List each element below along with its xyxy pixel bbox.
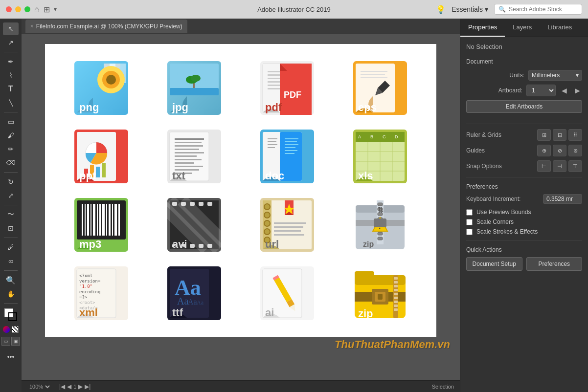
draw-behind[interactable]: ▣	[11, 337, 20, 346]
free-transform-tool[interactable]: ⊡	[3, 222, 19, 235]
dots-grid-icon-btn[interactable]: ⠿	[568, 129, 582, 141]
grid-icon-btn[interactable]: ⊟	[553, 129, 566, 141]
svg-rect-45	[175, 138, 204, 140]
svg-rect-95	[102, 204, 105, 236]
svg-text:<?xml: <?xml	[79, 273, 92, 278]
tab-libraries[interactable]: Libraries	[540, 19, 580, 37]
svg-text:Aa: Aa	[177, 296, 188, 306]
minimize-traffic-light[interactable]	[15, 6, 21, 12]
svg-rect-185	[394, 285, 398, 287]
eraser-tool[interactable]: ⌫	[3, 156, 19, 169]
svg-text:txt: txt	[172, 170, 186, 182]
draw-normal[interactable]: ▭	[1, 337, 10, 346]
more-tools-button[interactable]: •••	[3, 350, 19, 363]
next-artboard-btn[interactable]: ▶	[78, 383, 83, 390]
tab-properties[interactable]: Properties	[460, 19, 505, 37]
type-tool[interactable]: T	[3, 83, 19, 95]
snap-grid-icon-btn[interactable]: ⊣	[553, 160, 566, 172]
close-icon[interactable]: ×	[30, 23, 33, 29]
svg-text:xml: xml	[79, 306, 98, 319]
svg-text:url: url	[265, 238, 279, 250]
artboard-prev-arrow[interactable]: ◀	[560, 86, 569, 95]
color-mode-gradient[interactable]	[3, 326, 10, 333]
home-button[interactable]: ⌂	[34, 4, 40, 15]
tool-separator-4	[4, 205, 18, 205]
guide-add-icon-btn[interactable]: ⊕	[537, 145, 551, 156]
svg-text:zip: zip	[358, 307, 373, 320]
search-input[interactable]	[509, 6, 578, 13]
svg-text:<root>: <root>	[79, 300, 95, 305]
svg-point-122	[264, 212, 270, 218]
warp-tool[interactable]: 〜	[3, 208, 19, 221]
svg-text:jpg: jpg	[172, 101, 188, 113]
divider-3	[466, 240, 582, 240]
scale-strokes-checkbox[interactable]	[466, 229, 473, 235]
watermark: ThuThuatPhanMem.vn	[335, 338, 450, 351]
svg-rect-49	[175, 152, 204, 153]
units-select[interactable]: Millimeters ▾	[528, 70, 582, 81]
pen-tool[interactable]: ✒	[3, 55, 19, 68]
svg-rect-190	[394, 305, 398, 307]
tool-separator-6	[4, 270, 18, 271]
canvas-container[interactable]: png	[22, 34, 460, 380]
scale-strokes-row: Scale Strokes & Effects	[466, 228, 582, 235]
artboard-select[interactable]: 1	[526, 85, 556, 96]
scale-corners-checkbox[interactable]	[466, 219, 473, 225]
close-traffic-light[interactable]	[6, 6, 12, 12]
chevron-down-icon[interactable]: ▾	[54, 6, 57, 13]
snap-pixel-icon-btn[interactable]: ⊤	[568, 160, 582, 172]
scale-tool[interactable]: ⤢	[3, 189, 19, 202]
tab-layers[interactable]: Layers	[505, 19, 540, 37]
color-fill-stroke[interactable]	[4, 308, 17, 321]
prev-artboard-btn[interactable]: ◀	[67, 383, 71, 390]
artboard-next-arrow[interactable]: ▶	[573, 86, 582, 95]
document-setup-button[interactable]: Document Setup	[466, 257, 522, 271]
scale-corners-label[interactable]: Scale Corners	[476, 218, 514, 225]
last-artboard-btn[interactable]: ▶|	[85, 383, 90, 390]
ruler-icon-btn[interactable]: ⊞	[537, 129, 551, 141]
layout-grid-button[interactable]: ⊞	[44, 5, 50, 14]
rectangle-tool[interactable]: ▭	[3, 115, 19, 128]
paintbrush-tool[interactable]: 🖌	[3, 129, 19, 142]
curvature-tool[interactable]: ⌇	[3, 69, 19, 82]
document-section-title: Document	[466, 58, 582, 65]
svg-point-7	[106, 75, 116, 85]
maximize-traffic-light[interactable]	[24, 6, 30, 12]
hand-tool[interactable]: ✋	[3, 287, 19, 300]
zoom-select[interactable]: 100%	[27, 383, 51, 390]
color-mode-none[interactable]	[12, 326, 19, 333]
svg-rect-94	[99, 204, 101, 236]
first-artboard-btn[interactable]: |◀	[59, 383, 65, 390]
preferences-button[interactable]: Preferences	[526, 257, 583, 271]
eyedropper-tool[interactable]: 🖊	[3, 241, 19, 254]
keyboard-increment-value[interactable]: 0.3528 mr	[543, 194, 582, 204]
lightbulb-icon[interactable]: 💡	[436, 5, 446, 14]
edit-artboards-button[interactable]: Edit Artboards	[466, 100, 582, 113]
snap-point-icon-btn[interactable]: ⊢	[537, 160, 551, 172]
use-preview-bounds-label[interactable]: Use Preview Bounds	[476, 209, 531, 216]
main-layout: ↖ ↗ ✒ ⌇ T ╲ ▭ 🖌 ✏ ⌫ ↻ ⤢ 〜 ⊡ 🖊 ∞ 🔍 ✋	[0, 19, 588, 392]
artboard: png	[45, 44, 436, 337]
svg-point-14	[191, 75, 201, 82]
guide-edit-icon-btn[interactable]: ⊘	[553, 145, 566, 156]
selection-tool[interactable]: ↖	[3, 22, 19, 35]
svg-text:B: B	[370, 134, 373, 139]
line-tool[interactable]: ╲	[3, 96, 19, 109]
scale-strokes-label[interactable]: Scale Strokes & Effects	[476, 228, 538, 235]
guide-clear-icon-btn[interactable]: ⊗	[568, 145, 582, 156]
document-tab[interactable]: × FileInfo.com Example.ai @ 100% (CMYK/G…	[25, 20, 187, 33]
file-icon-pdf: PDF pdf	[241, 54, 334, 122]
zoom-tool[interactable]: 🔍	[3, 274, 19, 286]
essentials-button[interactable]: Essentials ▾	[452, 5, 488, 13]
rotate-tool[interactable]: ↻	[3, 175, 19, 188]
svg-rect-48	[175, 149, 199, 150]
use-preview-bounds-checkbox[interactable]	[466, 209, 473, 216]
search-box[interactable]: 🔍	[494, 4, 582, 15]
svg-rect-46	[175, 142, 202, 143]
pencil-tool[interactable]: ✏	[3, 143, 19, 155]
canvas-area: × FileInfo.com Example.ai @ 100% (CMYK/G…	[22, 19, 460, 392]
svg-text:zip: zip	[363, 240, 374, 248]
direct-selection-tool[interactable]: ↗	[3, 36, 19, 49]
svg-rect-129	[274, 222, 306, 224]
blend-tool[interactable]: ∞	[3, 255, 19, 267]
